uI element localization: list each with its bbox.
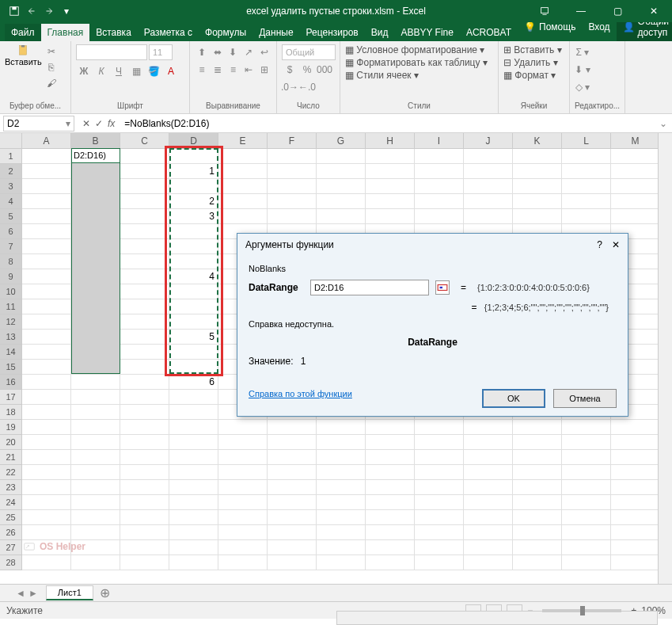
name-box[interactable]: D2▾ bbox=[3, 116, 74, 131]
close-icon[interactable]: ✕ bbox=[636, 0, 672, 22]
row-header[interactable]: 24 bbox=[0, 495, 22, 510]
cell[interactable] bbox=[120, 330, 169, 345]
tab-file[interactable]: Файл bbox=[5, 24, 41, 41]
cell[interactable] bbox=[169, 420, 218, 435]
row-header[interactable]: 4 bbox=[0, 194, 22, 209]
tab-formulas[interactable]: Формулы bbox=[199, 24, 252, 41]
cell[interactable] bbox=[268, 555, 317, 570]
cell[interactable] bbox=[562, 420, 611, 435]
cell-styles-button[interactable]: ▦ Стили ячеек ▾ bbox=[345, 70, 493, 81]
cell[interactable] bbox=[218, 465, 268, 480]
col-header[interactable]: G bbox=[317, 133, 366, 148]
cell[interactable] bbox=[218, 194, 268, 209]
cell[interactable] bbox=[120, 495, 169, 510]
cell[interactable] bbox=[317, 465, 366, 480]
accept-formula-icon[interactable]: ✓ bbox=[95, 118, 103, 129]
cell[interactable] bbox=[464, 194, 513, 209]
cell[interactable]: 5 bbox=[169, 330, 218, 345]
cell[interactable] bbox=[464, 450, 513, 465]
cell[interactable] bbox=[317, 194, 366, 209]
cell[interactable] bbox=[71, 299, 120, 314]
row-header[interactable]: 18 bbox=[0, 405, 22, 420]
row-header[interactable]: 12 bbox=[0, 314, 22, 330]
cell[interactable] bbox=[611, 525, 660, 540]
cell[interactable]: 6 bbox=[169, 375, 218, 390]
cell[interactable] bbox=[71, 555, 120, 570]
row-header[interactable]: 28 bbox=[0, 555, 22, 570]
cell[interactable] bbox=[169, 480, 218, 495]
cell[interactable] bbox=[317, 555, 366, 570]
cell[interactable] bbox=[513, 435, 562, 450]
cell[interactable] bbox=[71, 239, 120, 254]
cell[interactable] bbox=[611, 465, 660, 480]
tab-acrobat[interactable]: ACROBAT bbox=[460, 24, 518, 41]
cell[interactable] bbox=[366, 149, 415, 164]
row-header[interactable]: 6 bbox=[0, 224, 22, 239]
dec-decimal-icon[interactable]: ←.0 bbox=[299, 79, 315, 95]
orientation-icon[interactable]: ↗ bbox=[241, 44, 256, 60]
bold-button[interactable]: Ж bbox=[76, 63, 92, 79]
cell[interactable] bbox=[169, 450, 218, 465]
cell[interactable] bbox=[71, 405, 120, 420]
cell[interactable] bbox=[611, 164, 660, 179]
cell[interactable] bbox=[71, 390, 120, 405]
cancel-button[interactable]: Отмена bbox=[553, 389, 617, 408]
cell[interactable] bbox=[562, 555, 611, 570]
cell[interactable] bbox=[562, 540, 611, 555]
cell[interactable] bbox=[22, 209, 71, 224]
cell[interactable] bbox=[415, 420, 464, 435]
underline-button[interactable]: Ч bbox=[111, 63, 127, 79]
cell[interactable] bbox=[317, 510, 366, 525]
number-format-input[interactable] bbox=[282, 44, 336, 60]
cell[interactable] bbox=[169, 224, 218, 239]
cell[interactable] bbox=[268, 435, 317, 450]
copy-icon[interactable]: ⎘ bbox=[45, 60, 58, 74]
cell[interactable] bbox=[317, 525, 366, 540]
cell[interactable] bbox=[366, 164, 415, 179]
cell[interactable] bbox=[415, 525, 464, 540]
sheet-next-icon[interactable]: ► bbox=[28, 588, 38, 599]
cell[interactable] bbox=[218, 209, 268, 224]
cell[interactable] bbox=[464, 420, 513, 435]
cell[interactable] bbox=[120, 194, 169, 209]
cell[interactable] bbox=[218, 525, 268, 540]
cell[interactable] bbox=[120, 299, 169, 314]
indent-dec-icon[interactable]: ⇤ bbox=[241, 62, 256, 78]
cell[interactable] bbox=[169, 360, 218, 375]
row-header[interactable]: 1 bbox=[0, 149, 22, 164]
fill-icon[interactable]: ⬇ ▾ bbox=[575, 62, 590, 78]
cell[interactable] bbox=[415, 149, 464, 164]
cell[interactable] bbox=[415, 495, 464, 510]
ok-button[interactable]: OK bbox=[482, 389, 545, 408]
wrap-text-icon[interactable]: ↩ bbox=[257, 44, 271, 60]
row-header[interactable]: 13 bbox=[0, 330, 22, 345]
cell[interactable] bbox=[562, 149, 611, 164]
cell[interactable] bbox=[169, 495, 218, 510]
cell[interactable] bbox=[71, 450, 120, 465]
cell[interactable] bbox=[218, 495, 268, 510]
cell[interactable] bbox=[317, 164, 366, 179]
percent-icon[interactable]: % bbox=[299, 62, 315, 78]
dialog-help-icon[interactable]: ? bbox=[597, 239, 602, 250]
cell[interactable] bbox=[22, 540, 71, 555]
cell[interactable] bbox=[120, 254, 169, 269]
cell[interactable] bbox=[22, 224, 71, 239]
cell[interactable]: 4 bbox=[169, 269, 218, 284]
row-header[interactable]: 20 bbox=[0, 435, 22, 450]
cell[interactable] bbox=[218, 179, 268, 194]
cell[interactable] bbox=[268, 495, 317, 510]
cell[interactable] bbox=[513, 194, 562, 209]
cell[interactable] bbox=[513, 164, 562, 179]
cell[interactable] bbox=[120, 555, 169, 570]
sheet-tab[interactable]: Лист1 bbox=[46, 585, 93, 600]
cell[interactable] bbox=[120, 375, 169, 390]
cell[interactable] bbox=[22, 269, 71, 284]
cell[interactable] bbox=[513, 179, 562, 194]
cell[interactable] bbox=[169, 390, 218, 405]
dialog-close-icon[interactable]: ✕ bbox=[612, 239, 620, 250]
cell[interactable] bbox=[71, 495, 120, 510]
cell[interactable]: 2 bbox=[169, 194, 218, 209]
align-top-icon[interactable]: ⬆ bbox=[195, 44, 209, 60]
cell[interactable] bbox=[464, 209, 513, 224]
italic-button[interactable]: К bbox=[93, 63, 109, 79]
